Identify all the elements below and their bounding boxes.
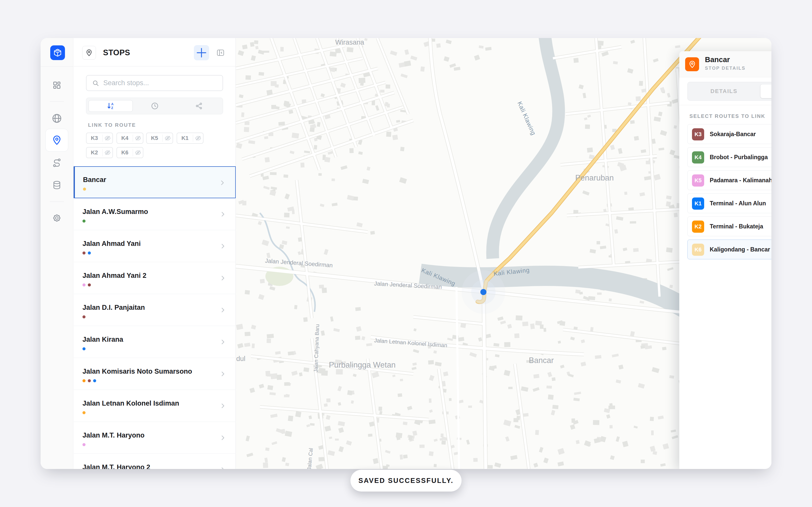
eye-off-icon[interactable] bbox=[163, 135, 172, 142]
route-color-dot bbox=[88, 379, 91, 382]
route-link-item-k4[interactable]: K4Brobot - Purbalingga bbox=[688, 147, 771, 167]
eye-off-icon[interactable] bbox=[133, 135, 143, 142]
route-color-dot bbox=[88, 283, 91, 286]
route-chip-k2[interactable]: K2 bbox=[86, 147, 113, 158]
map-stop-marker[interactable] bbox=[462, 270, 505, 314]
stops-list: BancarJalan A.W.SumarmoJalan Ahmad YaniJ… bbox=[73, 166, 236, 469]
detail-tabs: DETAILS bbox=[679, 77, 771, 105]
nav-stops-active[interactable] bbox=[45, 129, 68, 152]
route-name: Terminal - Alun Alun bbox=[710, 200, 766, 207]
toast-saved: SAVED SUCCESSFULLY. bbox=[350, 470, 462, 492]
map-label: dul bbox=[236, 355, 245, 362]
route-color-dot bbox=[83, 443, 86, 446]
route-badge: K6 bbox=[692, 244, 704, 256]
chip-label: K3 bbox=[87, 135, 102, 142]
link-to-route-label: LINK TO ROUTE bbox=[88, 122, 136, 128]
stop-list-item[interactable]: Jalan Ahmad Yani bbox=[73, 230, 236, 262]
map-label: Bancar bbox=[529, 356, 554, 365]
chip-label: K6 bbox=[117, 149, 133, 156]
route-link-item-k3[interactable]: K3Sokaraja-Bancar bbox=[688, 124, 771, 144]
rail-separator bbox=[50, 101, 64, 102]
route-color-dot bbox=[83, 251, 86, 255]
map-label: Wirasana bbox=[335, 39, 364, 46]
nav-globe[interactable] bbox=[51, 112, 63, 124]
route-chip-k3[interactable]: K3 bbox=[86, 132, 113, 144]
routes-list: K3Sokaraja-BancarK4Brobot - PurbalinggaK… bbox=[688, 124, 771, 263]
gear-icon bbox=[52, 213, 62, 223]
stop-list-item[interactable]: Jalan Komisaris Noto Sumarsono bbox=[73, 358, 236, 390]
chevron-right-icon bbox=[219, 371, 226, 378]
route-name: Kaligondang - Bancar bbox=[710, 246, 770, 253]
tab-details[interactable]: DETAILS bbox=[688, 82, 760, 100]
detail-title: Bancar bbox=[705, 56, 730, 64]
stop-list-item[interactable]: Jalan Letnan Kolonel Isdiman bbox=[73, 390, 236, 422]
route-chip-k4[interactable]: K4 bbox=[116, 132, 143, 144]
route-chip-k1[interactable]: K1 bbox=[176, 132, 204, 144]
detail-subtitle: STOP DETAILS bbox=[705, 66, 746, 71]
stop-name: Jalan Letnan Kolonel Isdiman bbox=[83, 399, 236, 407]
stop-list-item[interactable]: Jalan M.T. Haryono 2 bbox=[73, 454, 236, 469]
stop-name: Jalan Ahmad Yani 2 bbox=[83, 272, 236, 280]
chevron-right-icon bbox=[219, 243, 226, 250]
route-link-item-k2[interactable]: K2Terminal - Bukateja bbox=[688, 217, 771, 236]
pin-icon bbox=[85, 49, 93, 57]
eye-off-icon[interactable] bbox=[103, 135, 112, 142]
search-stops-box bbox=[86, 75, 223, 91]
nav-routes[interactable] bbox=[51, 157, 63, 169]
chip-label: K2 bbox=[87, 149, 102, 156]
share-button[interactable] bbox=[177, 100, 221, 112]
search-stops-input[interactable] bbox=[103, 79, 205, 87]
chip-label: K5 bbox=[147, 135, 162, 142]
select-routes-label: SELECT ROUTES TO LINK bbox=[690, 113, 765, 119]
stop-pin-icon bbox=[685, 57, 699, 71]
stops-title: STOPS bbox=[103, 48, 130, 57]
route-link-item-k1[interactable]: K1Terminal - Alun Alun bbox=[688, 193, 771, 213]
route-name: Terminal - Bukateja bbox=[710, 223, 763, 230]
nav-settings[interactable] bbox=[51, 212, 63, 224]
stop-list-item[interactable]: Jalan Kirana bbox=[73, 326, 236, 358]
collapse-panel-button[interactable] bbox=[216, 49, 224, 57]
stop-name: Bancar bbox=[83, 176, 235, 184]
pin-icon bbox=[688, 60, 696, 68]
nav-dashboard[interactable] bbox=[51, 79, 63, 91]
stop-name: Jalan D.I. Panjaitan bbox=[83, 304, 236, 312]
stop-list-item[interactable]: Bancar bbox=[73, 166, 236, 198]
route-badge: K2 bbox=[692, 221, 704, 233]
sort-toolbar: AZ bbox=[86, 98, 223, 114]
chevron-right-icon bbox=[219, 339, 226, 346]
sort-alpha-button[interactable]: AZ bbox=[89, 100, 133, 112]
stop-list-item[interactable]: Jalan A.W.Sumarmo bbox=[73, 198, 236, 230]
add-stop-button[interactable] bbox=[194, 45, 209, 60]
stops-pin-icon bbox=[82, 46, 96, 60]
stop-name: Jalan Komisaris Noto Sumarsono bbox=[83, 368, 236, 376]
map-label: Kali Klawing bbox=[516, 100, 537, 136]
route-color-dot bbox=[83, 347, 86, 350]
cube-icon bbox=[53, 48, 62, 57]
route-chip-k5[interactable]: K5 bbox=[146, 132, 173, 144]
map-label: Purbalingga Wetan bbox=[329, 360, 396, 369]
route-link-item-k5[interactable]: K5Padamara - Kalimanah bbox=[688, 170, 771, 190]
route-chip-k6[interactable]: K6 bbox=[116, 147, 143, 158]
stop-name: Jalan A.W.Sumarmo bbox=[83, 208, 236, 216]
eye-off-icon[interactable] bbox=[193, 135, 203, 142]
nav-database[interactable] bbox=[51, 179, 63, 191]
stops-panel: STOPS AZ LINK TO ROUTE K3K4K5K1K2K6 bbox=[73, 38, 236, 469]
globe-icon bbox=[52, 113, 62, 124]
sort-recent-button[interactable] bbox=[133, 100, 177, 112]
eye-off-icon[interactable] bbox=[103, 149, 112, 156]
route-icon bbox=[52, 158, 62, 168]
route-color-dot bbox=[83, 220, 86, 223]
chevron-right-icon bbox=[219, 275, 226, 282]
chevron-right-icon bbox=[219, 435, 226, 442]
share-icon bbox=[195, 102, 203, 110]
tab-linked[interactable] bbox=[760, 84, 771, 98]
stop-list-item[interactable]: Jalan D.I. Panjaitan bbox=[73, 294, 236, 326]
stop-list-item[interactable]: Jalan Ahmad Yani 2 bbox=[73, 262, 236, 294]
route-link-item-k6[interactable]: K6Kaligondang - Bancar bbox=[688, 239, 771, 259]
chevron-right-icon bbox=[219, 403, 226, 410]
svg-text:A: A bbox=[111, 102, 113, 106]
eye-off-icon[interactable] bbox=[133, 149, 143, 156]
app-window: WirasanaPenarubanPurbalingga WetanBancar… bbox=[41, 38, 771, 469]
stop-list-item[interactable]: Jalan M.T. Haryono bbox=[73, 422, 236, 454]
app-logo[interactable] bbox=[50, 45, 65, 60]
